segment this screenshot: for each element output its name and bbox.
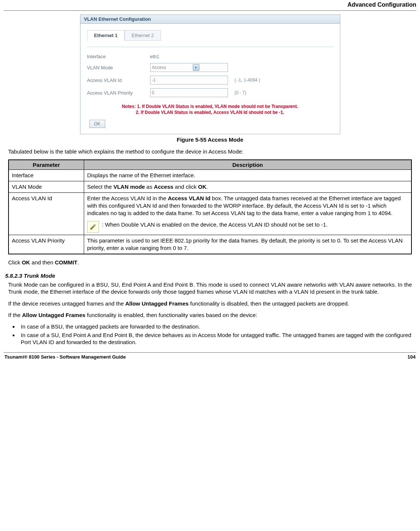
- ok-button[interactable]: OK: [89, 120, 105, 128]
- param-access-vlan-priority: Access VLAN Priority: [9, 235, 84, 254]
- vlan-mode-label: VLAN Mode: [87, 65, 150, 70]
- desc-interface: Displays the name of the Ethernet interf…: [84, 170, 412, 181]
- intro-paragraph: Tabulated below is the table which expla…: [8, 148, 412, 155]
- vlan-mode-select[interactable]: Access ▾: [150, 63, 228, 72]
- panel-notes: Notes: 1. If Double VLAN Status is enabl…: [87, 104, 333, 115]
- access-vlan-priority-label: Access VLAN Priority: [87, 90, 150, 96]
- figure-caption: Figure 5-55 Access Mode: [4, 136, 416, 143]
- tab-ethernet-1[interactable]: Ethernet 1: [87, 30, 125, 41]
- tab-bar: Ethernet 1 Ethernet 2: [87, 30, 333, 40]
- desc-access-vlan-priority: This parameter is used to set IEEE 802.1…: [84, 235, 412, 254]
- access-vlan-priority-range: (0 - 7): [235, 90, 247, 95]
- table-row: Access VLAN Id Enter the Access VLAN Id …: [9, 192, 411, 235]
- vlan-mode-value: Access: [152, 65, 166, 70]
- trunk-paragraph-3: If the Allow Untagged Frames functionali…: [8, 311, 412, 319]
- section-heading-trunk-mode: 5.8.2.3 Trunk Mode: [5, 273, 416, 279]
- param-vlan-mode: VLAN Mode: [9, 181, 84, 193]
- param-interface: Interface: [9, 170, 84, 181]
- access-vlan-id-range: ( -1, 1-4094 ): [235, 77, 260, 83]
- footer-page-number: 104: [407, 354, 416, 360]
- table-row: Access VLAN Priority This parameter is u…: [9, 235, 411, 254]
- access-vlan-id-input[interactable]: -1: [150, 76, 228, 85]
- desc-vlan-mode: Select the VLAN mode as Access and click…: [84, 181, 412, 193]
- note-text: : When Double VLAN is enabled on the dev…: [102, 221, 328, 228]
- trunk-paragraph-2: If the device receives untagged frames a…: [8, 300, 412, 307]
- th-description: Description: [84, 160, 412, 170]
- list-item: In case of a SU, End Point A and End Poi…: [19, 332, 416, 346]
- tab-ethernet-2[interactable]: Ethernet 2: [125, 30, 161, 41]
- table-row: Interface Displays the name of the Ether…: [9, 170, 411, 181]
- parameter-table: Parameter Description Interface Displays…: [8, 159, 412, 254]
- interface-label: Interface: [87, 54, 150, 59]
- desc-access-vlan-id: Enter the Access VLAN Id in the Access V…: [84, 192, 412, 235]
- footer-doc-title: Tsunami® 8100 Series - Software Manageme…: [4, 354, 126, 360]
- vlan-config-panel: VLAN Ethernet Configuration Ethernet 1 E…: [80, 14, 340, 134]
- param-access-vlan-id: Access VLAN Id: [9, 192, 84, 235]
- header-rule: [4, 10, 416, 11]
- panel-title: VLAN Ethernet Configuration: [80, 15, 340, 24]
- th-parameter: Parameter: [9, 160, 84, 170]
- table-row: VLAN Mode Select the VLAN mode as Access…: [9, 181, 411, 193]
- trunk-bullet-list: In case of a BSU, the untagged packets a…: [19, 323, 416, 346]
- interface-value: eth1: [150, 54, 232, 59]
- list-item: In case of a BSU, the untagged packets a…: [19, 323, 416, 330]
- footer-rule: [4, 352, 416, 353]
- page-section-heading: Advanced Configuration: [4, 0, 416, 10]
- access-vlan-id-label: Access VLAN Id: [87, 77, 150, 83]
- trunk-paragraph-1: Trunk Mode can be configured in a BSU, S…: [8, 281, 412, 295]
- click-ok-commit: Click OK and then COMMIT.: [8, 259, 412, 266]
- chevron-down-icon[interactable]: ▾: [193, 64, 199, 71]
- access-vlan-priority-input[interactable]: 0: [150, 88, 228, 97]
- note-icon: [87, 221, 99, 233]
